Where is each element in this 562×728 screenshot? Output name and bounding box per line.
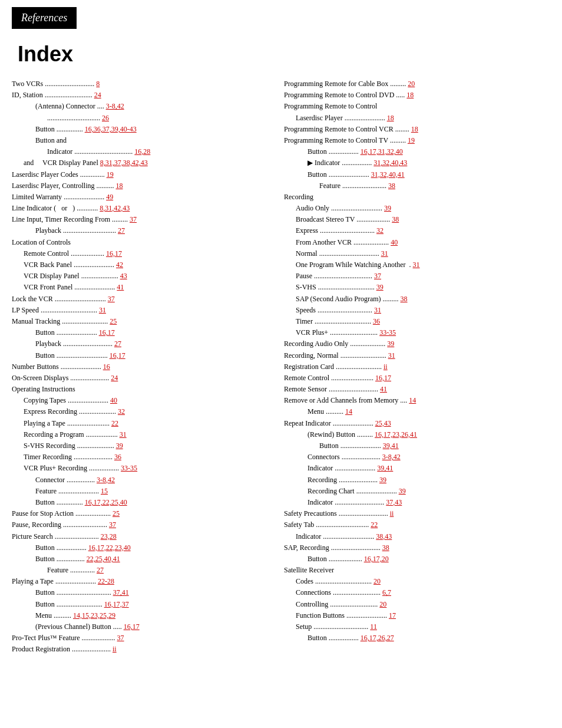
list-item: S-VHS Recording ..................... 39 [12, 440, 278, 452]
list-item: ID, Station ........................... … [12, 90, 278, 101]
list-item: Product Registration ...................… [12, 644, 278, 655]
list-item: Setup ............................... 11 [284, 621, 550, 633]
list-item: Indicator ....................... 39,41 [284, 463, 550, 474]
list-item: Express ............................... … [284, 225, 550, 236]
list-item: Limited Warranty .......................… [12, 192, 278, 203]
list-item: Connector ................ 3-8,42 [12, 475, 278, 486]
list-item: Programming Remote to Control TV .......… [284, 135, 550, 146]
list-item: Recording [284, 192, 550, 203]
list-item: Manual Tracking ........................… [12, 316, 278, 327]
list-item: Playback .............................. … [12, 225, 278, 236]
list-item: From Another VCR .................... 40 [284, 237, 550, 248]
list-item: Operating Instructions [12, 384, 278, 395]
header-label: References [21, 12, 67, 24]
list-item: Connectors ...................... 3-8,42 [284, 452, 550, 463]
list-item: Remote Sensor ..........................… [284, 384, 550, 395]
list-item: Indicator ............................. … [284, 531, 550, 542]
list-item: Remote Control ........................ … [284, 373, 550, 384]
list-item: Button ....................... 31,32,40,… [284, 169, 550, 180]
list-item: On-Screen Displays .....................… [12, 373, 278, 384]
list-item: Recording, Normal ......................… [284, 350, 550, 361]
list-item: Recording Chart ....................... … [284, 486, 550, 497]
list-item: Audio Only .............................… [284, 203, 550, 214]
list-item: Satellite Receiver [284, 565, 550, 576]
list-item: Pause ................................. … [284, 271, 550, 282]
list-item: Programming Remote to Control [284, 101, 550, 112]
list-item: Function Buttons .......................… [284, 610, 550, 621]
list-item: Pause, Recording .......................… [12, 519, 278, 531]
list-item: Laserdisc Player, Controlling ..........… [12, 180, 278, 192]
list-item: LP Speed ...............................… [12, 305, 278, 316]
list-item: Repeat Indicator .......................… [284, 418, 550, 429]
list-item: VCR Front Panel ....................... … [12, 282, 278, 293]
list-item: .............................. 26 [12, 113, 278, 124]
columns-container: Two VCRs ............................ 8 … [0, 78, 562, 655]
list-item: Registration Card ......................… [284, 361, 550, 373]
list-item: Connections ........................... … [284, 587, 550, 598]
list-item: Button ............... 16,17,22,25,40 [12, 497, 278, 508]
list-item: Timer Recording ...................... 3… [12, 452, 278, 463]
list-item: Programming Remote to Control VCR ......… [284, 124, 550, 135]
list-item: Remove or Add Channels from Memory .... … [284, 395, 550, 406]
list-item: Express Recording ..................... … [12, 406, 278, 417]
list-item: Remote Control ................... 16,17 [12, 248, 278, 259]
list-item: Button ................. 16,17,22,23,40 [12, 542, 278, 554]
list-item: Menu .......... 14,15,23,25,29 [12, 610, 278, 621]
list-item: Timer ................................ 3… [284, 316, 550, 327]
header-bar: References [12, 7, 77, 29]
list-item: Normal .................................… [284, 248, 550, 259]
list-item: SAP (Second Audio Program) ......... 38 [284, 294, 550, 305]
list-item: VCR Display Panel ..................... … [12, 271, 278, 282]
list-item: Programming Remote to Control DVD ..... … [284, 90, 550, 101]
list-item: (Previous Channel) Button ..... 16,17 [12, 621, 278, 633]
list-item: SAP, Recording .........................… [284, 542, 550, 554]
list-item: Button ....................... 39,41 [284, 440, 550, 452]
list-item: Button ............................. 16,… [12, 350, 278, 361]
list-item: ▶ Indicator ................. 31,32,40,4… [284, 157, 550, 169]
list-item: Location of Controls [12, 237, 278, 248]
list-item: VCR Plus+ ........................... 33… [284, 327, 550, 338]
list-item: Button ............................... 3… [12, 587, 278, 598]
list-item: Two VCRs ............................ 8 [12, 78, 278, 90]
list-item: VCR Back Panel ....................... 4… [12, 259, 278, 271]
list-item: Lock the VCR ...........................… [12, 294, 278, 305]
list-item: Picture Search .........................… [12, 531, 278, 542]
list-item: Laserdisc Player Codes .............. 19 [12, 169, 278, 180]
list-item: Button and [12, 135, 278, 146]
list-item: Recording ...................... 39 [284, 475, 550, 486]
list-item: Recording a Program .................. 3… [12, 429, 278, 440]
list-item: Button ................. 16,17,31,32,40 [284, 146, 550, 157]
list-item: Indicator ............................ 3… [284, 497, 550, 508]
list-item: Indicator ..............................… [12, 146, 278, 157]
list-item: Line Input, Timer Recording From .......… [12, 214, 278, 225]
list-item: (Rewind) Button ......... 16,17,23,26,41 [284, 429, 550, 440]
list-item: Playing a Tape ........................ … [12, 418, 278, 429]
list-item: S-VHS ................................ 3… [284, 282, 550, 293]
list-item: One Program While Watching Another . 31 [284, 259, 550, 271]
list-item: Button ................... 16,17,20 [284, 554, 550, 565]
list-item: Speeds ............................... 3… [284, 305, 550, 316]
list-item: Playback ............................ 27 [12, 338, 278, 350]
list-item: Button ................ 22,25,40,41 [12, 554, 278, 565]
list-item: Feature ....................... 15 [12, 486, 278, 497]
list-item: Feature ......................... 38 [284, 180, 550, 192]
list-item: Menu .......... 14 [284, 406, 550, 417]
list-item: Broadcast Stereo TV ................... … [284, 214, 550, 225]
list-item: Button ............... 16,36,37,39,40-43 [12, 124, 278, 135]
list-item: VCR Plus+ Recording ................. 33… [12, 463, 278, 474]
list-item: Button .......................... 16,17,… [12, 599, 278, 610]
list-item: Playing a Tape ....................... 2… [12, 576, 278, 587]
list-item: Pause for Stop Action ..................… [12, 508, 278, 519]
list-item: Codes ................................ 2… [284, 576, 550, 587]
list-item: Button ................. 16,17,26,27 [284, 633, 550, 644]
list-item: Line Indicator ( or ) ............ 8,31,… [12, 203, 278, 214]
left-column: Two VCRs ............................ 8 … [12, 78, 278, 655]
list-item: and VCR Display Panel 8,31,37,38,42,43 [12, 157, 278, 169]
list-item: Laserdisc Player .......................… [284, 113, 550, 124]
list-item: Safety Tab .............................… [284, 519, 550, 531]
list-item: Pro-Tect Plus™ Feature .................… [12, 633, 278, 644]
list-item: Feature .............. 27 [12, 565, 278, 576]
index-title: Index [18, 42, 544, 67]
list-item: Programming Remote for Cable Box .......… [284, 78, 550, 90]
list-item: Button ....................... 16,17 [12, 327, 278, 338]
